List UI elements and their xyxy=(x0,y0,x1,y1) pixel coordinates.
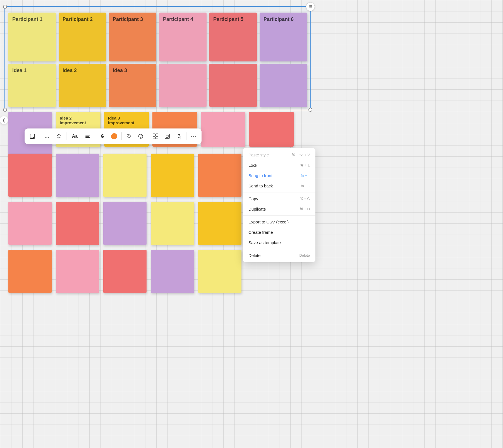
move-handle[interactable] xyxy=(306,2,315,11)
bring-to-front-label: Bring to front xyxy=(248,173,272,178)
sticky-note-i5[interactable] xyxy=(209,64,257,107)
group-btn[interactable] xyxy=(150,131,161,142)
lock-item[interactable]: Lock ⌘ + L xyxy=(243,160,315,170)
sticky-note-r3a[interactable] xyxy=(8,154,52,197)
bring-to-front-shortcut: fn + ↑ xyxy=(301,173,310,178)
divider-2 xyxy=(66,132,66,140)
sticky-note-p5[interactable]: Participant 5 xyxy=(209,13,257,61)
svg-rect-24 xyxy=(165,134,169,139)
export-csv-label: Export to CSV (excel) xyxy=(248,220,289,224)
sticky-note-r4d[interactable] xyxy=(151,202,194,245)
svg-rect-20 xyxy=(153,134,155,136)
svg-point-31 xyxy=(195,136,196,137)
sticky-note-i6[interactable] xyxy=(260,64,307,107)
emoji-btn[interactable] xyxy=(135,131,146,142)
left-edge-arrow[interactable]: ❮ xyxy=(0,116,8,124)
sticky-note-p3[interactable]: Participant 3 xyxy=(109,13,156,61)
sticky-note-r5e[interactable] xyxy=(198,250,241,293)
copy-item[interactable]: Copy ⌘ + C xyxy=(243,194,315,204)
delete-shortcut: Delete xyxy=(299,253,310,258)
sticky-note-r4a[interactable] xyxy=(8,202,52,245)
divider-6 xyxy=(186,132,186,140)
paste-style-item[interactable]: Paste style ⌘ + ⌥ + V xyxy=(243,150,315,160)
save-template-item[interactable]: Save as template xyxy=(243,237,315,248)
svg-point-8 xyxy=(311,8,312,8)
sticky-note-tool-btn[interactable] xyxy=(27,131,38,142)
divider-5 xyxy=(148,132,148,140)
style-btn[interactable]: S xyxy=(97,131,108,142)
sticky-note-p6[interactable]: Participant 6 xyxy=(260,13,307,61)
svg-rect-21 xyxy=(156,134,158,136)
toolbar: … Aa S xyxy=(25,128,202,144)
export-csv-item[interactable]: Export to CSV (excel) xyxy=(243,217,315,227)
create-frame-label: Create frame xyxy=(248,230,273,235)
sticky-note-r2e[interactable] xyxy=(249,112,294,147)
send-to-back-label: Send to back xyxy=(248,184,273,188)
position-btn[interactable] xyxy=(53,131,64,142)
sticky-note-r4b[interactable] xyxy=(56,202,99,245)
save-template-label: Save as template xyxy=(248,240,281,245)
delete-item[interactable]: Delete Delete xyxy=(243,250,315,261)
duplicate-shortcut: ⌘ + D xyxy=(300,207,310,211)
sticky-note-i4[interactable] xyxy=(159,64,207,107)
divider-cm-1 xyxy=(243,192,315,192)
svg-point-6 xyxy=(309,8,310,8)
context-menu: Paste style ⌘ + ⌥ + V Lock ⌘ + L Bring t… xyxy=(243,148,315,262)
sticky-note-r4e[interactable] xyxy=(198,202,241,245)
svg-point-0 xyxy=(309,5,310,6)
divider-1 xyxy=(40,132,40,140)
sticky-note-p2[interactable]: Participant 2 xyxy=(59,13,106,61)
copy-label: Copy xyxy=(248,196,258,201)
svg-point-17 xyxy=(139,134,143,139)
handle-tl[interactable] xyxy=(3,5,7,9)
svg-point-30 xyxy=(193,136,194,137)
svg-rect-23 xyxy=(156,137,158,139)
svg-point-7 xyxy=(310,8,311,8)
send-to-back-item[interactable]: Send to back fn + ↓ xyxy=(243,181,315,191)
sticky-note-i3[interactable]: Idea 3 xyxy=(109,64,156,107)
sticky-note-i1[interactable]: Idea 1 xyxy=(8,64,56,107)
lock-label: Lock xyxy=(248,163,257,168)
sticky-note-i2[interactable]: Idea 2 xyxy=(59,64,106,107)
lock-btn[interactable] xyxy=(173,131,185,142)
overflow-btn[interactable] xyxy=(188,131,199,142)
svg-point-2 xyxy=(311,5,312,6)
svg-point-3 xyxy=(309,6,310,7)
lock-shortcut: ⌘ + L xyxy=(300,163,310,167)
sticky-note-p1[interactable]: Participant 1 xyxy=(8,13,56,61)
handle-bl[interactable] xyxy=(3,108,7,112)
tag-btn[interactable] xyxy=(123,131,135,142)
more-options-btn[interactable]: … xyxy=(42,131,53,142)
create-frame-item[interactable]: Create frame xyxy=(243,227,315,237)
paste-style-label: Paste style xyxy=(248,152,269,157)
svg-point-5 xyxy=(311,6,312,7)
svg-point-19 xyxy=(141,136,142,136)
sticky-note-r5b[interactable] xyxy=(56,250,99,293)
divider-cm-2 xyxy=(243,215,315,216)
sticky-note-r3c[interactable] xyxy=(103,154,147,197)
sticky-note-p4[interactable]: Participant 4 xyxy=(159,13,207,61)
frame-btn[interactable] xyxy=(162,131,173,142)
duplicate-item[interactable]: Duplicate ⌘ + D xyxy=(243,204,315,214)
svg-point-4 xyxy=(310,6,311,7)
svg-point-18 xyxy=(140,136,140,136)
sticky-note-r5a[interactable] xyxy=(8,250,52,293)
sticky-note-r2d[interactable] xyxy=(201,112,245,147)
sticky-note-r4c[interactable] xyxy=(103,202,147,245)
handle-tr[interactable] xyxy=(308,5,312,9)
svg-rect-22 xyxy=(153,137,155,139)
font-btn[interactable]: Aa xyxy=(68,131,82,142)
copy-shortcut: ⌘ + C xyxy=(300,197,310,201)
bring-to-front-item[interactable]: Bring to front fn + ↑ xyxy=(243,170,315,181)
color-indicator xyxy=(111,133,117,139)
divider-3 xyxy=(95,132,95,140)
sticky-note-r3b[interactable] xyxy=(56,154,99,197)
sticky-note-r5d[interactable] xyxy=(151,250,194,293)
handle-br[interactable] xyxy=(308,108,312,112)
align-btn[interactable] xyxy=(82,131,93,142)
duplicate-label: Duplicate xyxy=(248,207,266,211)
sticky-note-r5c[interactable] xyxy=(103,250,147,293)
sticky-note-r3e[interactable] xyxy=(198,154,241,197)
color-btn[interactable] xyxy=(109,131,120,142)
sticky-note-r3d[interactable] xyxy=(151,154,194,197)
